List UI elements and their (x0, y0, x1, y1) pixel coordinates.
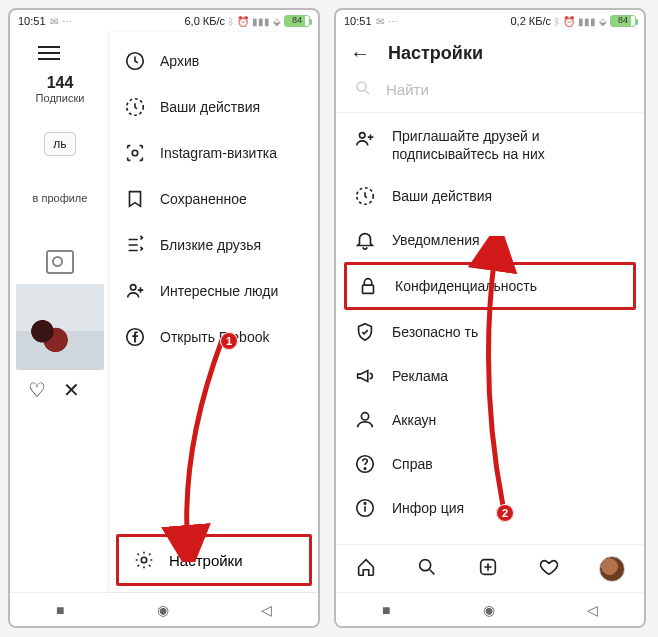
nav-recent-icon[interactable]: ■ (56, 602, 64, 618)
svg-point-6 (357, 82, 366, 91)
lock-icon (357, 275, 379, 297)
settings-item-info[interactable]: Инфор ция (336, 486, 644, 530)
wifi-icon: ⬙ (273, 16, 281, 27)
profile-hint: в профиле (33, 192, 88, 204)
logins-section-title: Входы (336, 530, 644, 544)
android-nav: ■ ◉ ◁ (336, 592, 644, 626)
alarm-icon: ⏰ (563, 16, 575, 27)
drawer-item-activity[interactable]: Ваши действия (110, 84, 318, 130)
back-arrow-icon[interactable]: ← (350, 42, 370, 65)
drawer-label: Ваши действия (160, 99, 260, 115)
settings-item-ads[interactable]: Реклама (336, 354, 644, 398)
facebook-icon (124, 326, 146, 348)
settings-label: Ваши действия (392, 188, 492, 204)
photo-thumbnail[interactable] (16, 284, 104, 370)
alarm-icon: ⏰ (237, 16, 249, 27)
svg-point-10 (361, 413, 368, 420)
discover-icon (124, 280, 146, 302)
close-friends-icon (124, 234, 146, 256)
drawer-item-settings[interactable]: Настройки (116, 534, 312, 586)
svg-point-12 (364, 468, 365, 469)
nametag-icon (124, 142, 146, 164)
status-net: 6,0 КБ/с (184, 15, 225, 27)
phone-left: 10:51 ✉ ⋯ 6,0 КБ/с ᛒ ⏰ ▮▮▮ ⬙ 84 144 Подп… (8, 8, 320, 628)
bell-icon (354, 229, 376, 251)
battery-icon: 84 (284, 15, 310, 27)
nav-home-icon[interactable]: ◉ (483, 602, 495, 618)
settings-label: Аккаун (392, 412, 436, 428)
status-dots-icon: ⋯ (388, 16, 398, 27)
nav-home-icon[interactable] (355, 556, 377, 582)
nav-home-icon[interactable]: ◉ (157, 602, 169, 618)
svg-rect-9 (363, 285, 374, 293)
drawer-item-saved[interactable]: Сохраненное (110, 176, 318, 222)
drawer-item-facebook[interactable]: Открыть F ebook (110, 314, 318, 360)
megaphone-icon (354, 365, 376, 387)
status-time: 10:51 (344, 15, 372, 27)
nav-profile-avatar[interactable] (599, 556, 625, 582)
svg-point-2 (132, 150, 138, 156)
svg-point-15 (420, 559, 431, 570)
nav-heart-icon[interactable] (538, 556, 560, 582)
settings-item-notifications[interactable]: Уведомления (336, 218, 644, 262)
android-nav: ■ ◉ ◁ (10, 592, 318, 626)
settings-label: Безопасно ть (392, 324, 478, 340)
settings-item-security[interactable]: Безопасно ть (336, 310, 644, 354)
drawer-item-close-friends[interactable]: Близкие друзья (110, 222, 318, 268)
follow-icon (354, 128, 376, 150)
settings-label: Инфор ция (392, 500, 464, 516)
phone-right: 10:51 ✉ ⋯ 0,2 КБ/с ᛒ ⏰ ▮▮▮ ⬙ 84 ← Настро… (334, 8, 646, 628)
settings-item-help[interactable]: Справ (336, 442, 644, 486)
settings-item-activity[interactable]: Ваши действия (336, 174, 644, 218)
gallery-tab-icon[interactable] (46, 250, 74, 274)
svg-point-14 (364, 503, 365, 504)
nav-back-icon[interactable]: ◁ (261, 602, 272, 618)
info-icon (354, 497, 376, 519)
settings-item-follow[interactable]: Приглашайте друзей и подписывайтесь на н… (336, 117, 644, 174)
drawer-item-nametag[interactable]: Instagram-визитка (110, 130, 318, 176)
settings-label: Приглашайте друзей и подписывайтесь на н… (392, 128, 626, 163)
settings-label: Уведомления (392, 232, 480, 248)
settings-item-privacy[interactable]: Конфиденциальность (344, 262, 636, 310)
status-bar: 10:51 ✉ ⋯ 0,2 КБ/с ᛒ ⏰ ▮▮▮ ⬙ 84 (336, 10, 644, 32)
saved-icon (124, 188, 146, 210)
follow-label: Подписки (36, 92, 85, 104)
nav-search-icon[interactable] (416, 556, 438, 582)
activity-icon (124, 96, 146, 118)
side-drawer: Архив Ваши действия Instagram-визитка Со… (110, 32, 318, 592)
shield-icon (354, 321, 376, 343)
nav-recent-icon[interactable]: ■ (382, 602, 390, 618)
profile-column: 144 Подписки ль в профиле ♡ ✕ (10, 32, 110, 592)
status-msg-icon: ✉ (50, 16, 58, 27)
search-row[interactable]: Найти (336, 71, 644, 113)
settings-header: ← Настройки (336, 32, 644, 71)
nav-back-icon[interactable]: ◁ (587, 602, 598, 618)
status-net: 0,2 КБ/с (510, 15, 551, 27)
account-icon (354, 409, 376, 431)
drawer-item-archive[interactable]: Архив (110, 38, 318, 84)
edit-profile-btn[interactable]: ль (44, 132, 75, 156)
annotation-marker-1: 1 (220, 332, 238, 350)
settings-label: Настройки (169, 552, 243, 569)
settings-label: Реклама (392, 368, 448, 384)
drawer-label: Сохраненное (160, 191, 247, 207)
like-row: ♡ ✕ (28, 378, 80, 402)
drawer-label: Открыть F ebook (160, 329, 269, 345)
wifi-icon: ⬙ (599, 16, 607, 27)
bluetooth-icon: ᛒ (554, 16, 560, 27)
nav-add-icon[interactable] (477, 556, 499, 582)
status-time: 10:51 (18, 15, 46, 27)
settings-label: Конфиденциальность (395, 278, 537, 294)
drawer-item-discover[interactable]: Интересные люди (110, 268, 318, 314)
search-icon (354, 79, 372, 100)
battery-icon: 84 (610, 15, 636, 27)
svg-point-3 (130, 285, 136, 291)
drawer-label: Близкие друзья (160, 237, 261, 253)
settings-item-account[interactable]: Аккаун (336, 398, 644, 442)
status-msg-icon: ✉ (376, 16, 384, 27)
archive-icon (124, 50, 146, 72)
follow-count[interactable]: 144 (47, 74, 74, 92)
hamburger-icon[interactable] (38, 42, 60, 64)
activity-icon (354, 185, 376, 207)
drawer-label: Instagram-визитка (160, 145, 277, 161)
